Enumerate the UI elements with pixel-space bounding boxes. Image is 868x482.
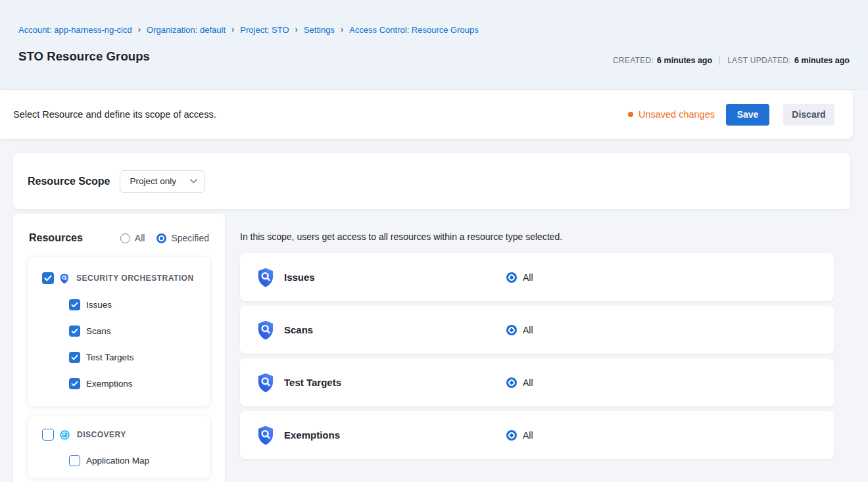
radio-all-label: All [135,233,145,243]
resource-card-scans: Scans All [240,306,834,354]
checkbox-checked[interactable] [69,378,80,389]
shield-search-icon [256,320,276,341]
card-radio-all[interactable]: All [506,430,533,441]
resource-card-test-targets: Test Targets All [240,358,834,406]
resource-card-issues: Issues All [240,253,834,301]
tree-item-label: Issues [86,300,112,310]
resource-scope-select[interactable]: Project only [120,170,205,193]
last-updated-label: LAST UPDATED: [727,56,791,65]
shield-search-icon [256,267,276,288]
card-radio-label: All [523,377,533,388]
chevron-right-icon: › [231,24,234,34]
resource-scope-selected-value: Project only [130,176,176,186]
save-button[interactable]: Save [726,104,769,126]
resource-scope-label: Resource Scope [28,176,110,187]
radio-selected-icon[interactable] [506,272,517,283]
group-security-orchestration: SECURITY ORCHESTRATION Issues Scans [28,256,210,406]
divider [719,55,720,65]
group-label: DISCOVERY [77,430,126,439]
unsaved-dot-icon [628,112,633,117]
breadcrumb-project-link[interactable]: Project: STO [240,25,289,35]
radio-unselected-icon[interactable] [120,233,130,243]
scope-detail-panel: In this scope, users get access to all r… [231,214,868,464]
card-radio-all[interactable]: All [506,272,533,283]
tree-item-issues[interactable]: Issues [69,299,203,310]
card-radio-label: All [523,430,533,441]
resource-groups-page: Account: app-harness-ng-cicd › Organizat… [0,0,868,482]
checkbox-unchecked[interactable] [69,455,80,466]
radio-specified-label: Specified [171,233,209,243]
checkbox-unchecked[interactable] [42,429,54,441]
created-label: CREATED: [613,56,654,65]
tree-item-label: Scans [86,326,111,336]
card-radio-label: All [523,325,533,335]
group-discovery: DISCOVERY Application Map [28,416,210,478]
chevron-down-icon [190,179,197,183]
resource-card-label: Exemptions [284,429,506,441]
created-value: 6 minutes ago [657,56,712,65]
tree-item-test-targets[interactable]: Test Targets [69,352,203,363]
chevron-right-icon: › [295,24,298,34]
scope-info-text: In this scope, users get access to all r… [240,231,868,242]
breadcrumb-settings-link[interactable]: Settings [304,25,335,35]
group-header: SECURITY ORCHESTRATION [42,272,203,284]
tree-item-application-map[interactable]: Application Map [69,455,203,466]
breadcrumb: Account: app-harness-ng-cicd › Organizat… [18,0,868,35]
chevron-right-icon: › [138,24,141,34]
chevron-right-icon: › [341,24,343,34]
tree-item-label: Application Map [86,456,149,466]
unsaved-changes-label: Unsaved changes [639,109,715,120]
breadcrumb-account-link[interactable]: Account: app-harness-ng-cicd [18,25,132,35]
checkbox-checked[interactable] [69,299,80,310]
discard-button[interactable]: Discard [783,104,834,126]
radar-icon [59,429,70,441]
resources-mode-radios: All Specified [120,233,209,243]
content-columns: Resources All Specified [0,214,868,482]
resource-card-label: Test Targets [284,377,506,388]
breadcrumb-access-control-link[interactable]: Access Control: Resource Groups [349,25,479,35]
radio-all[interactable]: All [120,233,145,243]
radio-selected-icon[interactable] [506,377,517,388]
card-radio-all[interactable]: All [506,325,533,335]
unsaved-changes-status: Unsaved changes [628,109,715,120]
timestamps: CREATED: 6 minutes ago LAST UPDATED: 6 m… [613,55,850,65]
tree-item-scans[interactable]: Scans [69,325,203,337]
tree-item-label: Exemptions [86,379,133,389]
resource-card-exemptions: Exemptions All [240,411,834,459]
last-updated-value: 6 minutes ago [794,56,850,65]
radio-specified[interactable]: Specified [157,233,209,243]
radio-selected-icon[interactable] [157,233,166,243]
resource-card-label: Issues [284,272,506,283]
resources-title: Resources [29,232,83,244]
checkbox-checked[interactable] [69,352,80,363]
tree-item-exemptions[interactable]: Exemptions [69,378,203,389]
toolbar-actions: Unsaved changes Save Discard [628,104,834,126]
resources-panel-header: Resources All Specified [13,214,225,244]
page-header: Account: app-harness-ng-cicd › Organizat… [0,0,868,90]
shield-search-icon [59,273,70,284]
shield-search-icon [256,425,276,446]
radio-selected-icon[interactable] [506,430,517,441]
resource-scope-card: Resource Scope Project only [13,153,850,209]
group-header: DISCOVERY [42,429,203,441]
resources-panel: Resources All Specified [13,214,225,482]
checkbox-checked[interactable] [69,325,80,337]
tree-item-label: Test Targets [86,352,134,362]
shield-search-icon [256,372,276,393]
resource-card-label: Scans [284,324,506,335]
card-radio-all[interactable]: All [506,377,533,388]
group-label: SECURITY ORCHESTRATION [76,274,194,283]
toolbar-message: Select Resource and define its scope of … [13,109,216,120]
actions-toolbar: Select Resource and define its scope of … [0,90,853,139]
checkbox-checked[interactable] [42,272,54,284]
card-radio-label: All [523,272,533,283]
breadcrumb-organization-link[interactable]: Organization: default [147,25,226,35]
radio-selected-icon[interactable] [506,325,517,335]
